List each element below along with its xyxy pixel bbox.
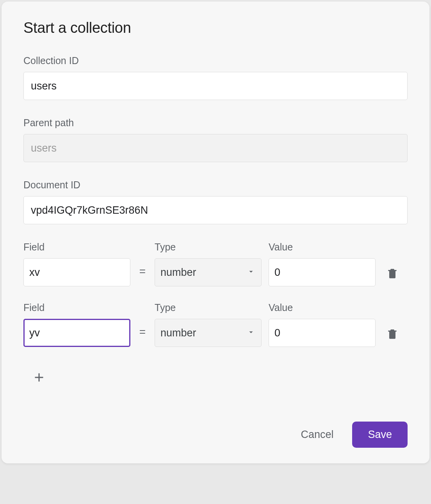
value-header: Value [269,302,376,313]
field-row: Field = Type number Value [23,302,408,347]
trash-icon [386,266,399,282]
delete-field-button[interactable] [383,266,402,286]
field-value-input[interactable] [269,319,376,347]
equals-sign: = [137,265,148,286]
field-header: Field [23,302,130,313]
dialog-title: Start a collection [23,20,408,36]
parent-path-input [23,134,408,162]
field-type-select[interactable]: number [155,319,262,347]
add-field-button[interactable] [32,370,408,386]
collection-id-group: Collection ID [23,55,408,100]
collection-id-label: Collection ID [23,55,408,66]
type-header: Type [155,302,262,313]
field-type-value: number [160,266,196,279]
equals-sign: = [137,326,148,347]
field-row: Field = Type number Value [23,241,408,286]
value-header: Value [269,241,376,253]
field-type-select[interactable]: number [155,258,262,286]
start-collection-dialog: Start a collection Collection ID Parent … [2,2,429,463]
collection-id-input[interactable] [23,72,408,100]
document-id-label: Document ID [23,179,408,191]
save-button[interactable]: Save [352,422,408,448]
type-header: Type [155,241,262,253]
field-value-input[interactable] [269,258,376,286]
dialog-actions: Cancel Save [23,422,408,448]
document-id-input[interactable] [23,196,408,224]
trash-icon [386,327,399,342]
field-header: Field [23,241,130,253]
document-id-group: Document ID [23,179,408,224]
cancel-button[interactable]: Cancel [297,422,337,447]
field-type-value: number [160,327,196,339]
parent-path-group: Parent path [23,117,408,162]
parent-path-label: Parent path [23,117,408,129]
plus-icon [32,379,46,386]
field-name-input[interactable] [23,258,130,286]
field-name-input[interactable] [23,319,130,347]
delete-field-button[interactable] [383,327,402,347]
